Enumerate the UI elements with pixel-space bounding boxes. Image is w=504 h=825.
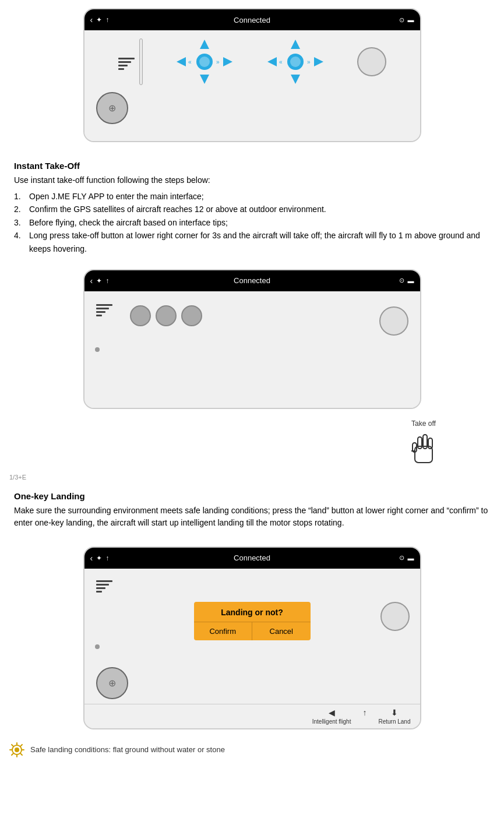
p2-bar3 bbox=[96, 311, 105, 313]
p2-bar1 bbox=[96, 304, 112, 306]
section-2-body: Make sure the surrounding environment me… bbox=[14, 505, 490, 529]
status-right-icons: ⊙ ▬ bbox=[399, 16, 414, 24]
phone3-spacer bbox=[84, 646, 420, 664]
list-text-3: Before flying, check the aircraft based … bbox=[29, 216, 228, 229]
signal-bars bbox=[118, 54, 135, 70]
phone-screen-1: « » « » bbox=[84, 30, 420, 141]
return-land-icon: ⬇ bbox=[391, 708, 398, 717]
list-text-1: Open J.ME FLY APP to enter the main inte… bbox=[29, 190, 204, 203]
status3-right: ⊙ ▬ bbox=[399, 554, 414, 562]
connected-label-2: Connected bbox=[234, 276, 270, 285]
upload-icon: ↑ bbox=[105, 16, 109, 24]
list-item-1: 1. Open J.ME FLY APP to enter the main i… bbox=[14, 190, 490, 203]
left-joystick[interactable]: « » bbox=[175, 38, 234, 85]
mode-btn-3[interactable] bbox=[380, 602, 410, 631]
landing-dialog: Landing or not? Confirm Cancel bbox=[194, 602, 311, 640]
star-icon-2: ✦ bbox=[96, 277, 102, 285]
return-land-btn[interactable]: ⬇ Return Land bbox=[378, 708, 410, 725]
connected-label-1: Connected bbox=[234, 16, 270, 24]
battery-icon-2: ▬ bbox=[408, 277, 414, 284]
large-circle-btn-3[interactable]: ⊕ bbox=[96, 667, 128, 699]
takoff-annotation: Take off bbox=[5, 417, 499, 473]
left-indicators bbox=[118, 38, 143, 85]
cancel-button[interactable]: Cancel bbox=[252, 622, 311, 640]
altitude-bar bbox=[139, 38, 143, 85]
p3-bar3 bbox=[96, 587, 105, 589]
section-1-list: 1. Open J.ME FLY APP to enter the main i… bbox=[14, 190, 490, 255]
mode-btn-2[interactable] bbox=[379, 306, 408, 336]
toggle-1[interactable] bbox=[130, 305, 151, 326]
screen-bottom-row: ⊕ bbox=[84, 89, 420, 131]
svg-text:«: « bbox=[279, 59, 283, 65]
bar2 bbox=[118, 61, 131, 63]
takoff-text: Take off bbox=[406, 419, 441, 428]
svg-marker-4 bbox=[177, 57, 186, 66]
p3-bar2 bbox=[96, 584, 109, 586]
toggle-3[interactable] bbox=[181, 305, 202, 326]
list-text-4: Long press take-off button at lower righ… bbox=[29, 229, 490, 255]
svg-text:»: » bbox=[307, 59, 311, 65]
svg-point-7 bbox=[199, 57, 210, 67]
plus-icon: ⊕ bbox=[108, 103, 116, 114]
svg-marker-12 bbox=[267, 57, 277, 66]
left-dot bbox=[95, 347, 100, 352]
list-num-3: 3. bbox=[14, 216, 24, 229]
p2-bar2 bbox=[96, 308, 109, 309]
svg-line-32 bbox=[20, 745, 22, 746]
phone-frame-3: ‹ ✦ ↑ Connected ⊙ ▬ bbox=[83, 547, 421, 729]
takoff-label-group: Take off bbox=[406, 419, 441, 473]
battery-icon: ▬ bbox=[408, 16, 414, 23]
phone2-controls-area bbox=[84, 291, 420, 341]
p3-bar1 bbox=[96, 580, 112, 582]
upload-icon-2: ↑ bbox=[105, 277, 109, 285]
phone-frame-1: ‹ ✦ ↑ Connected ⊙ ▬ bbox=[83, 8, 421, 142]
list-text-2: Confirm the GPS satellites of aircraft r… bbox=[29, 203, 326, 216]
right-joystick[interactable]: « » bbox=[266, 38, 325, 85]
star-icon-3: ✦ bbox=[96, 554, 102, 562]
list-item-4: 4. Long press take-off button at lower r… bbox=[14, 229, 490, 255]
list-num-1: 1. bbox=[14, 190, 24, 203]
list-num-4: 4. bbox=[14, 229, 24, 255]
phone3-signal-bars bbox=[96, 577, 112, 593]
status-bar-3: ‹ ✦ ↑ Connected ⊙ ▬ bbox=[84, 548, 420, 569]
status3-left: ‹ ✦ ↑ bbox=[90, 553, 110, 563]
toggle-group bbox=[130, 305, 202, 326]
large-circle-btn[interactable]: ⊕ bbox=[96, 92, 128, 124]
phone3-left-dot bbox=[95, 644, 100, 649]
back-icon-2[interactable]: ‹ bbox=[90, 276, 93, 285]
phone-screen-2 bbox=[84, 291, 420, 408]
toggle-2[interactable] bbox=[156, 305, 177, 326]
intelligent-flight-btn[interactable]: ◀ Intelligent flight bbox=[312, 708, 351, 725]
dialog-title: Landing or not? bbox=[194, 608, 311, 622]
mode-button[interactable] bbox=[357, 47, 386, 76]
status-bar-2: ‹ ✦ ↑ Connected ⊙ ▬ bbox=[84, 270, 420, 291]
phone-screen-3: Landing or not? Confirm Cancel bbox=[84, 569, 420, 728]
return-land-label: Return Land bbox=[378, 718, 410, 725]
svg-marker-10 bbox=[291, 40, 300, 49]
warning-text: Safe landing conditions: flat ground wit… bbox=[30, 745, 225, 754]
section-2-content: One-key Landing Make sure the surroundin… bbox=[5, 481, 499, 538]
svg-text:«: « bbox=[188, 59, 192, 65]
bottom-toolbar: ◀ Intelligent flight ↑ ⬇ Return Land bbox=[84, 704, 420, 728]
left-joystick-svg: « » bbox=[175, 38, 234, 85]
back-icon[interactable]: ‹ bbox=[90, 15, 93, 24]
list-item-2: 2. Confirm the GPS satellites of aircraf… bbox=[14, 203, 490, 216]
back-icon-3[interactable]: ‹ bbox=[90, 553, 93, 563]
right-joystick-svg: « » bbox=[266, 38, 325, 85]
phone-frame-2: ‹ ✦ ↑ Connected ⊙ ▬ bbox=[83, 269, 421, 409]
dialog-area: Landing or not? Confirm Cancel bbox=[84, 596, 420, 646]
section-1-content: Instant Take-Off Use instant take-off fu… bbox=[5, 150, 499, 261]
confirm-button[interactable]: Confirm bbox=[194, 622, 253, 640]
signal-icon: ⊙ bbox=[399, 16, 404, 24]
signal-icon-3: ⊙ bbox=[399, 554, 404, 562]
plus-icon-3: ⊕ bbox=[108, 678, 116, 689]
section-2-title: One-key Landing bbox=[14, 491, 490, 501]
intelligent-flight-label: Intelligent flight bbox=[312, 718, 351, 725]
battery-icon-3: ▬ bbox=[408, 555, 414, 562]
svg-marker-13 bbox=[314, 57, 323, 66]
status-left-icons: ‹ ✦ ↑ bbox=[90, 15, 110, 24]
phone3-right-circle bbox=[380, 602, 410, 631]
intelligent-flight-icon: ◀ bbox=[329, 708, 335, 717]
land-btn[interactable]: ↑ bbox=[362, 708, 366, 725]
svg-line-33 bbox=[12, 753, 13, 755]
